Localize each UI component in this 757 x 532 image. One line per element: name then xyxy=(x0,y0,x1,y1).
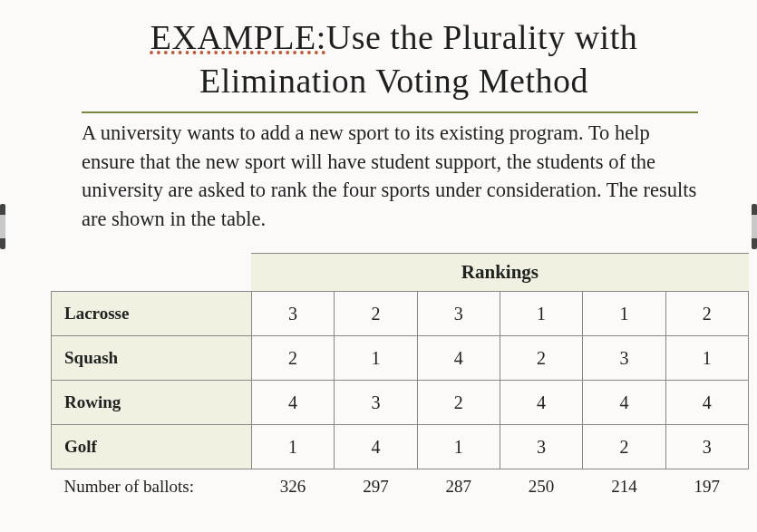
cell: 1 xyxy=(583,292,665,336)
slide: EXAMPLE:Use the Plurality with Eliminati… xyxy=(0,0,757,532)
table-row: Lacrosse 3 2 3 1 1 2 xyxy=(52,292,749,336)
row-label: Lacrosse xyxy=(52,292,252,336)
slide-tab-left xyxy=(0,204,5,249)
rankings-header: Rankings xyxy=(251,254,748,292)
cell: 3 xyxy=(583,336,665,381)
footer-cell: 297 xyxy=(335,469,417,505)
cell: 2 xyxy=(665,292,748,336)
row-label: Rowing xyxy=(52,381,252,425)
table-row: Rowing 4 3 2 4 4 4 xyxy=(52,381,749,425)
table-header-blank xyxy=(52,254,252,292)
table-header-row: Rankings xyxy=(52,254,749,292)
cell: 1 xyxy=(251,425,334,469)
table-row: Golf 1 4 1 3 2 3 xyxy=(52,425,749,469)
cell: 2 xyxy=(417,381,500,425)
cell: 2 xyxy=(251,336,334,381)
cell: 4 xyxy=(251,381,334,425)
footer-cell: 197 xyxy=(665,469,748,505)
row-label: Squash xyxy=(52,336,252,381)
cell: 1 xyxy=(417,425,500,469)
cell: 3 xyxy=(251,292,334,336)
rankings-table: Rankings Lacrosse 3 2 3 1 1 2 Squash 2 1 xyxy=(51,253,749,504)
footer-cell: 326 xyxy=(251,469,334,505)
title-example-label: EXAMPLE: xyxy=(150,18,326,56)
cell: 3 xyxy=(500,425,582,469)
cell: 2 xyxy=(583,425,665,469)
slide-tab-right xyxy=(752,204,757,249)
body-paragraph: A university wants to add a new sport to… xyxy=(82,119,698,233)
table-footer-row: Number of ballots: 326 297 287 250 214 1… xyxy=(52,469,749,505)
cell: 3 xyxy=(417,292,500,336)
cell: 1 xyxy=(665,336,748,381)
cell: 3 xyxy=(665,425,748,469)
cell: 3 xyxy=(335,381,417,425)
cell: 2 xyxy=(335,292,417,336)
cell: 4 xyxy=(583,381,665,425)
cell: 4 xyxy=(665,381,748,425)
footer-cell: 250 xyxy=(500,469,582,505)
row-label: Golf xyxy=(52,425,252,469)
footer-label: Number of ballots: xyxy=(52,469,252,505)
footer-cell: 214 xyxy=(583,469,665,505)
cell: 4 xyxy=(500,381,582,425)
title-divider xyxy=(82,111,698,113)
table-row: Squash 2 1 4 2 3 1 xyxy=(52,336,749,381)
cell: 1 xyxy=(500,292,582,336)
cell: 4 xyxy=(335,425,417,469)
cell: 2 xyxy=(500,336,582,381)
cell: 4 xyxy=(417,336,500,381)
cell: 1 xyxy=(335,336,417,381)
slide-title: EXAMPLE:Use the Plurality with Eliminati… xyxy=(82,16,706,102)
footer-cell: 287 xyxy=(417,469,500,505)
